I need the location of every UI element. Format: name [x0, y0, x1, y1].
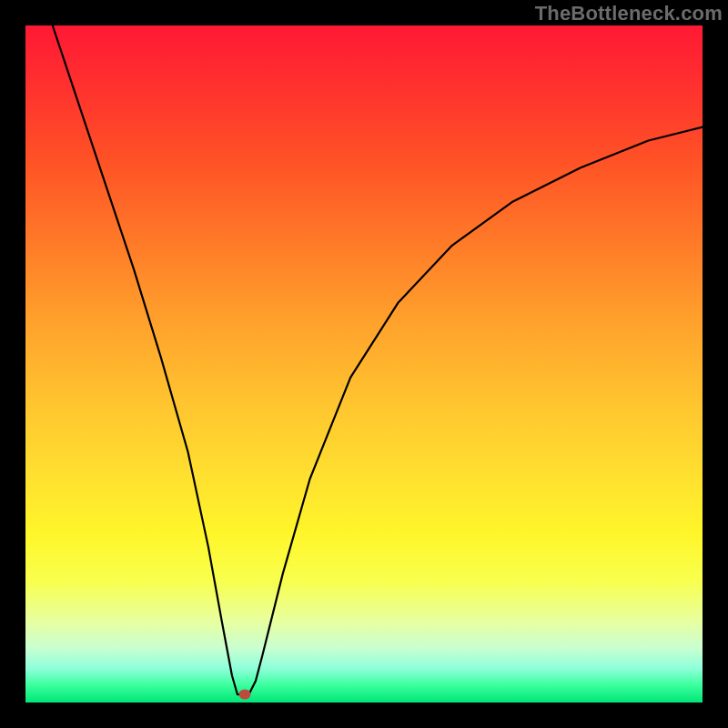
- optimum-marker: [239, 690, 251, 700]
- watermark-label: TheBottleneck.com: [535, 2, 723, 25]
- chart-frame: TheBottleneck.com: [0, 0, 728, 728]
- curve-svg: [25, 25, 703, 703]
- plot-area: [25, 25, 703, 703]
- bottleneck-curve: [53, 25, 703, 694]
